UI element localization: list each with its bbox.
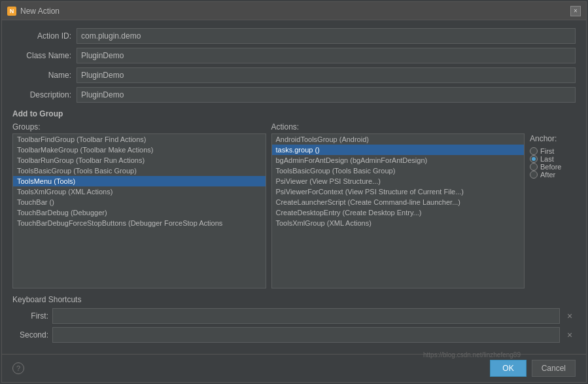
actions-panel: Actions: AndroidToolsGroup (Android)task…	[271, 122, 525, 288]
action-list-item[interactable]: CreateLauncherScript (Create Command-lin…	[272, 197, 525, 207]
action-id-input[interactable]	[77, 28, 576, 44]
ok-button[interactable]: OK	[490, 360, 526, 377]
group-list-item[interactable]: ToolbarFindGroup (Toolbar Find Actions)	[13, 134, 266, 145]
radio-button-first[interactable]	[530, 147, 538, 155]
dialog-title: New Action	[20, 7, 60, 16]
action-list-item[interactable]: bgAdminForAntDesign (bgAdminForAntDesign…	[272, 155, 525, 166]
cancel-button[interactable]: Cancel	[532, 360, 576, 377]
name-label: Name:	[12, 71, 71, 80]
name-row: Name:	[12, 67, 576, 83]
action-id-label: Action ID:	[12, 31, 71, 41]
title-bar: N New Action ×	[2, 2, 586, 20]
group-list-item[interactable]: ToolsMenu (Tools)	[13, 176, 266, 186]
anchor-panel: Anchor: FirstLastBeforeAfter	[530, 122, 576, 288]
dialog-footer: ? https://blog.csdn.net/linzhefeng89 OK …	[2, 354, 586, 382]
dialog-body: Action ID: Class Name: Name: Description…	[2, 20, 586, 354]
anchor-option-label-last: Last	[540, 155, 554, 163]
close-button[interactable]: ×	[570, 6, 581, 16]
first-shortcut-row: First: ×	[12, 308, 576, 324]
add-to-group-label: Add to Group	[12, 109, 576, 118]
groups-panel: Groups: ToolbarFindGroup (Toolbar Find A…	[12, 122, 266, 288]
groups-label: Groups:	[12, 122, 266, 131]
footer-left: ?	[12, 362, 24, 374]
groups-actions-section: Groups: ToolbarFindGroup (Toolbar Find A…	[12, 122, 576, 288]
description-row: Description:	[12, 87, 576, 103]
description-label: Description:	[12, 90, 71, 99]
action-list-item[interactable]: ToolsXmlGroup (XML Actions)	[272, 218, 525, 228]
groups-list[interactable]: ToolbarFindGroup (Toolbar Find Actions)T…	[12, 133, 266, 288]
dialog-icon: N	[7, 7, 16, 16]
group-list-item[interactable]: TouchBar ()	[13, 197, 266, 207]
anchor-option-label-first: First	[540, 147, 554, 155]
anchor-option-after[interactable]: After	[530, 171, 576, 179]
action-list-item[interactable]: PsiViewer (View PSI Structure...)	[272, 176, 525, 186]
group-list-item[interactable]: ToolbarMakeGroup (Toolbar Make Actions)	[13, 145, 266, 155]
keyboard-shortcuts-title: Keyboard Shortcuts	[12, 295, 576, 304]
first-shortcut-label: First:	[12, 311, 48, 321]
description-input[interactable]	[77, 87, 576, 103]
radio-button-after[interactable]	[530, 171, 538, 179]
action-list-item[interactable]: PsiViewerForContext (View PSI Structure …	[272, 186, 525, 197]
title-bar-left: N New Action	[7, 7, 60, 16]
second-shortcut-input[interactable]	[52, 327, 560, 343]
group-list-item[interactable]: ToolsXmlGroup (XML Actions)	[13, 186, 266, 197]
help-button[interactable]: ?	[12, 362, 24, 374]
anchor-option-label-after: After	[540, 171, 555, 179]
action-list-item[interactable]: CreateDesktopEntry (Create Desktop Entry…	[272, 207, 525, 218]
group-list-item[interactable]: TouchBarDebug (Debugger)	[13, 207, 266, 218]
second-shortcut-label: Second:	[12, 330, 48, 340]
keyboard-shortcuts-section: Keyboard Shortcuts First: × Second: ×	[12, 295, 576, 346]
action-id-row: Action ID:	[12, 28, 576, 44]
anchor-option-label-before: Before	[540, 163, 561, 171]
radio-button-last[interactable]	[530, 155, 538, 163]
group-list-item[interactable]: ToolsBasicGroup (Tools Basic Group)	[13, 166, 266, 176]
action-list-item[interactable]: tasks.group ()	[272, 145, 525, 155]
second-shortcut-clear[interactable]: ×	[564, 329, 576, 341]
first-shortcut-clear[interactable]: ×	[564, 310, 576, 322]
anchor-option-last[interactable]: Last	[530, 155, 576, 163]
second-shortcut-row: Second: ×	[12, 327, 576, 343]
new-action-dialog: N New Action × Action ID: Class Name: Na…	[1, 1, 587, 383]
anchor-label: Anchor:	[530, 134, 576, 143]
class-name-input[interactable]	[77, 48, 576, 63]
group-list-item[interactable]: ToolbarRunGroup (Toolbar Run Actions)	[13, 155, 266, 166]
first-shortcut-input[interactable]	[52, 308, 560, 324]
class-name-label: Class Name:	[12, 51, 71, 60]
anchor-option-first[interactable]: First	[530, 147, 576, 155]
action-list-item[interactable]: AndroidToolsGroup (Android)	[272, 134, 525, 145]
name-input[interactable]	[77, 67, 576, 83]
footer-right: https://blog.csdn.net/linzhefeng89 OK Ca…	[490, 360, 576, 377]
action-list-item[interactable]: ToolsBasicGroup (Tools Basic Group)	[272, 166, 525, 176]
class-name-row: Class Name:	[12, 48, 576, 63]
radio-button-before[interactable]	[530, 163, 538, 171]
actions-list[interactable]: AndroidToolsGroup (Android)tasks.group (…	[271, 133, 525, 288]
group-list-item[interactable]: TouchBarDebugForceStopButtons (Debugger …	[13, 218, 266, 228]
watermark: https://blog.csdn.net/linzhefeng89	[423, 351, 521, 358]
actions-label: Actions:	[271, 122, 525, 131]
anchor-option-before[interactable]: Before	[530, 163, 576, 171]
